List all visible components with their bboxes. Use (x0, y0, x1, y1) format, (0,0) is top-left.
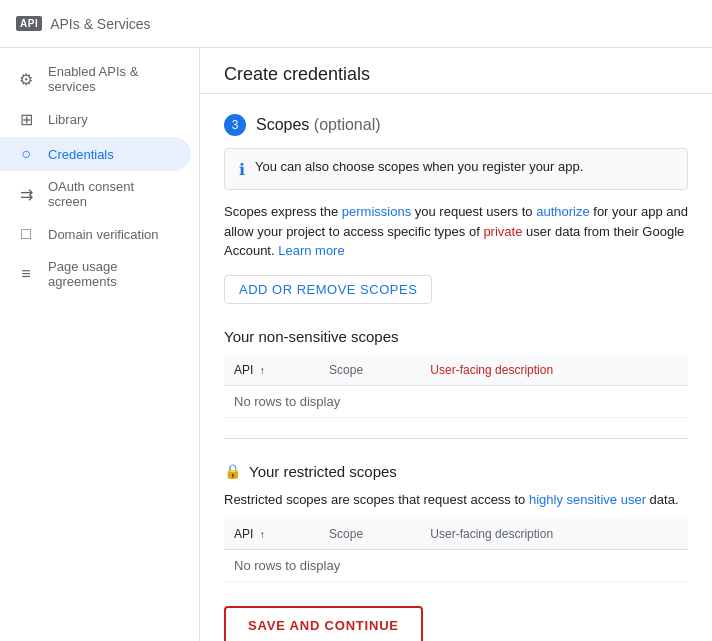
sidebar-item-page-usage[interactable]: ≡ Page usage agreements (0, 251, 191, 297)
main-layout: ⚙ Enabled APIs & services ⊞ Library ○ Cr… (0, 48, 712, 641)
sidebar-item-library[interactable]: ⊞ Library (0, 102, 191, 137)
scopes-section: 3 Scopes (optional) ℹ You can also choos… (224, 114, 688, 304)
save-button-area: SAVE AND CONTINUE (224, 606, 688, 641)
col-header-api[interactable]: API ↑ (224, 355, 319, 386)
page-icon: ≡ (16, 265, 36, 283)
info-box-text: You can also choose scopes when you regi… (255, 159, 583, 174)
restricted-scopes-section: 🔒 Your restricted scopes Restricted scop… (224, 463, 688, 583)
sidebar-item-domain-verification[interactable]: □ Domain verification (0, 217, 191, 251)
sidebar-label-domain-verification: Domain verification (48, 227, 159, 242)
sidebar-label-oauth-consent: OAuth consent screen (48, 179, 175, 209)
add-remove-scopes-button[interactable]: ADD OR REMOVE SCOPES (224, 275, 432, 304)
restricted-sort-arrow-api: ↑ (260, 529, 265, 540)
logo-area: API APIs & Services (16, 16, 151, 32)
col-header-description: User-facing description (420, 355, 688, 386)
restricted-table: API ↑ Scope User-facing description No r… (224, 519, 688, 582)
restricted-table-header: API ↑ Scope User-facing description (224, 519, 688, 550)
step-label: Scopes (optional) (256, 116, 381, 134)
sidebar-label-page-usage: Page usage agreements (48, 259, 175, 289)
key-icon: ○ (16, 145, 36, 163)
restricted-col-header-scope: Scope (319, 519, 420, 550)
table-row: No rows to display (224, 550, 688, 582)
col-header-scope: Scope (319, 355, 420, 386)
info-box: ℹ You can also choose scopes when you re… (224, 148, 688, 190)
page-title: Create credentials (200, 48, 712, 94)
non-sensitive-table: API ↑ Scope User-facing description No r… (224, 355, 688, 418)
sidebar-item-enabled-apis[interactable]: ⚙ Enabled APIs & services (0, 56, 191, 102)
restricted-col-header-api[interactable]: API ↑ (224, 519, 319, 550)
content-body: 3 Scopes (optional) ℹ You can also choos… (200, 94, 712, 641)
top-bar-title: APIs & Services (50, 16, 150, 32)
sidebar-item-credentials[interactable]: ○ Credentials (0, 137, 191, 171)
restricted-title: 🔒 Your restricted scopes (224, 463, 688, 480)
domain-icon: □ (16, 225, 36, 243)
sort-arrow-api: ↑ (260, 365, 265, 376)
learn-more-link[interactable]: Learn more (278, 243, 344, 258)
restricted-description: Restricted scopes are scopes that reques… (224, 490, 688, 510)
non-sensitive-title: Your non-sensitive scopes (224, 328, 688, 345)
api-badge: API (16, 16, 42, 31)
non-sensitive-scopes-section: Your non-sensitive scopes API ↑ Scope Us… (224, 328, 688, 418)
sidebar-item-oauth-consent[interactable]: ⇉ OAuth consent screen (0, 171, 191, 217)
settings-icon: ⚙ (16, 70, 36, 89)
scopes-description: Scopes express the permissions you reque… (224, 202, 688, 261)
grid-icon: ⊞ (16, 110, 36, 129)
empty-row-text: No rows to display (224, 385, 688, 417)
sidebar: ⚙ Enabled APIs & services ⊞ Library ○ Cr… (0, 48, 200, 641)
step-title: 3 Scopes (optional) (224, 114, 688, 136)
sidebar-label-credentials: Credentials (48, 147, 114, 162)
info-icon: ℹ (239, 160, 245, 179)
oauth-icon: ⇉ (16, 185, 36, 204)
non-sensitive-table-header: API ↑ Scope User-facing description (224, 355, 688, 386)
lock-icon: 🔒 (224, 463, 241, 479)
section-divider (224, 438, 688, 439)
step-badge: 3 (224, 114, 246, 136)
restricted-empty-row-text: No rows to display (224, 550, 688, 582)
sidebar-label-enabled-apis: Enabled APIs & services (48, 64, 175, 94)
save-and-continue-button[interactable]: SAVE AND CONTINUE (224, 606, 423, 641)
restricted-col-header-description: User-facing description (420, 519, 688, 550)
content-area: Create credentials 3 Scopes (optional) ℹ… (200, 48, 712, 641)
top-bar: API APIs & Services (0, 0, 712, 48)
sidebar-label-library: Library (48, 112, 88, 127)
table-row: No rows to display (224, 385, 688, 417)
